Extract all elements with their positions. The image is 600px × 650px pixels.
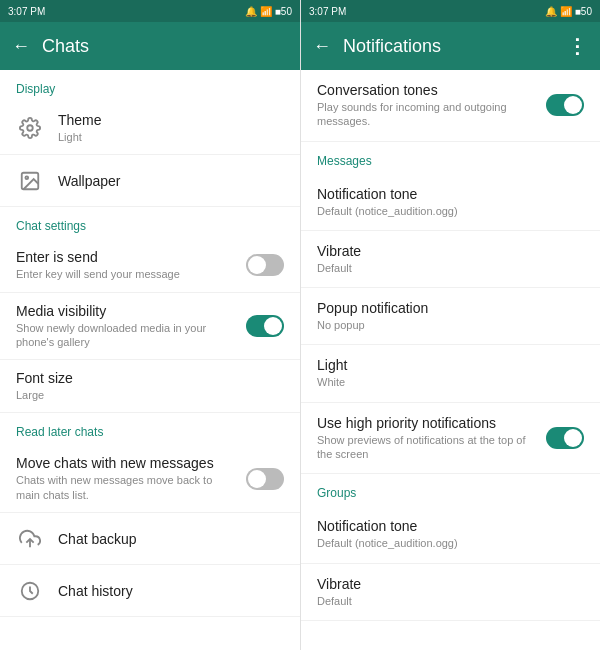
setting-theme[interactable]: Theme Light	[0, 102, 300, 155]
font-size-title: Font size	[16, 370, 284, 386]
chat-history-title: Chat history	[58, 583, 284, 599]
battery-icon: ■50	[275, 6, 292, 17]
right-status-icons: 🔔 📶 ■50	[545, 6, 592, 17]
left-header: ← Chats	[0, 22, 300, 70]
left-content: Display Theme Light	[0, 70, 300, 650]
right-menu-button[interactable]: ⋮	[567, 34, 588, 58]
notif-popup[interactable]: Popup notification No popup	[301, 288, 600, 345]
move-chats-toggle[interactable]	[246, 468, 284, 490]
left-time: 3:07 PM	[8, 6, 45, 17]
conversation-tones-knob	[564, 96, 582, 114]
group-notif-tone[interactable]: Notification tone Default (notice_auditi…	[301, 506, 600, 563]
notif-high-priority-sub: Show previews of notifications at the to…	[317, 433, 536, 462]
group-notif-tone-title: Notification tone	[317, 518, 584, 534]
high-priority-toggle-switch[interactable]	[546, 427, 584, 449]
right-silent-icon: 🔔	[545, 6, 557, 17]
notif-vibrate[interactable]: Vibrate Default	[301, 231, 600, 288]
enter-send-title: Enter is send	[16, 249, 236, 265]
svg-point-2	[25, 176, 28, 179]
right-header: ← Notifications ⋮	[301, 22, 600, 70]
right-wifi-icon: 📶	[560, 6, 572, 17]
theme-text: Theme Light	[58, 112, 284, 144]
enter-send-toggle[interactable]	[246, 254, 284, 276]
setting-chat-history[interactable]: Chat history	[0, 565, 300, 617]
notif-tone-sub: Default (notice_audition.ogg)	[317, 204, 584, 218]
theme-sub: Light	[58, 130, 284, 144]
enter-send-toggle-switch[interactable]	[246, 254, 284, 276]
right-status-bar: 3:07 PM 🔔 📶 ■50	[301, 0, 600, 22]
setting-chat-backup[interactable]: Chat backup	[0, 513, 300, 565]
notif-high-priority-title: Use high priority notifications	[317, 415, 536, 431]
media-visibility-text: Media visibility Show newly downloaded m…	[16, 303, 236, 350]
notif-high-priority-text: Use high priority notifications Show pre…	[317, 415, 536, 462]
wallpaper-text: Wallpaper	[58, 173, 284, 189]
media-visibility-toggle[interactable]	[246, 315, 284, 337]
conversation-tones-toggle-switch[interactable]	[546, 94, 584, 116]
notif-vibrate-text: Vibrate Default	[317, 243, 584, 275]
group-vibrate-sub: Default	[317, 594, 584, 608]
conversation-tones-toggle[interactable]	[546, 94, 584, 116]
setting-wallpaper[interactable]: Wallpaper	[0, 155, 300, 207]
media-visibility-toggle-switch[interactable]	[246, 315, 284, 337]
right-back-button[interactable]: ←	[313, 36, 331, 57]
upload-icon	[16, 525, 44, 553]
notif-vibrate-title: Vibrate	[317, 243, 584, 259]
media-visibility-sub: Show newly downloaded media in your phon…	[16, 321, 236, 350]
section-read-later: Read later chats	[0, 413, 300, 445]
section-groups: Groups	[301, 474, 600, 506]
right-battery-icon: ■50	[575, 6, 592, 17]
media-visibility-title: Media visibility	[16, 303, 236, 319]
setting-font-size[interactable]: Font size Large	[0, 360, 300, 413]
media-visibility-knob	[264, 317, 282, 335]
chat-backup-title: Chat backup	[58, 531, 284, 547]
notif-vibrate-sub: Default	[317, 261, 584, 275]
left-header-title: Chats	[42, 36, 288, 57]
svg-point-0	[27, 125, 33, 131]
notif-tone[interactable]: Notification tone Default (notice_auditi…	[301, 174, 600, 231]
move-chats-toggle-switch[interactable]	[246, 468, 284, 490]
enter-send-knob	[248, 256, 266, 274]
conversation-tones-sub: Play sounds for incoming and outgoing me…	[317, 100, 536, 129]
setting-media-visibility[interactable]: Media visibility Show newly downloaded m…	[0, 293, 300, 361]
image-icon	[16, 167, 44, 195]
chat-backup-text: Chat backup	[58, 531, 284, 547]
theme-title: Theme	[58, 112, 284, 128]
notif-light[interactable]: Light White	[301, 345, 600, 402]
notif-light-title: Light	[317, 357, 584, 373]
group-vibrate[interactable]: Vibrate Default	[301, 564, 600, 621]
right-header-title: Notifications	[343, 36, 567, 57]
move-chats-knob	[248, 470, 266, 488]
high-priority-toggle[interactable]	[546, 427, 584, 449]
notif-conversation-tones[interactable]: Conversation tones Play sounds for incom…	[301, 70, 600, 142]
notif-light-sub: White	[317, 375, 584, 389]
conversation-tones-title: Conversation tones	[317, 82, 536, 98]
setting-enter-send[interactable]: Enter is send Enter key will send your m…	[0, 239, 300, 292]
wallpaper-title: Wallpaper	[58, 173, 284, 189]
font-size-text: Font size Large	[16, 370, 284, 402]
section-chat-settings: Chat settings	[0, 207, 300, 239]
clock-icon	[16, 577, 44, 605]
group-notif-tone-sub: Default (notice_audition.ogg)	[317, 536, 584, 550]
left-panel: 3:07 PM 🔔 📶 ■50 ← Chats Display Theme Li…	[0, 0, 300, 650]
left-status-bar: 3:07 PM 🔔 📶 ■50	[0, 0, 300, 22]
silent-icon: 🔔	[245, 6, 257, 17]
gear-icon	[16, 114, 44, 142]
group-notif-tone-text: Notification tone Default (notice_auditi…	[317, 518, 584, 550]
enter-send-sub: Enter key will send your message	[16, 267, 236, 281]
right-content: Conversation tones Play sounds for incom…	[301, 70, 600, 650]
section-display: Display	[0, 70, 300, 102]
move-chats-title: Move chats with new messages	[16, 455, 236, 471]
notif-high-priority[interactable]: Use high priority notifications Show pre…	[301, 403, 600, 475]
right-time: 3:07 PM	[309, 6, 346, 17]
enter-send-text: Enter is send Enter key will send your m…	[16, 249, 236, 281]
setting-move-chats[interactable]: Move chats with new messages Chats with …	[0, 445, 300, 513]
group-vibrate-text: Vibrate Default	[317, 576, 584, 608]
move-chats-sub: Chats with new messages move back to mai…	[16, 473, 236, 502]
left-back-button[interactable]: ←	[12, 36, 30, 57]
conversation-tones-text: Conversation tones Play sounds for incom…	[317, 82, 536, 129]
notif-tone-title: Notification tone	[317, 186, 584, 202]
wifi-icon: 📶	[260, 6, 272, 17]
move-chats-text: Move chats with new messages Chats with …	[16, 455, 236, 502]
notif-popup-sub: No popup	[317, 318, 584, 332]
group-vibrate-title: Vibrate	[317, 576, 584, 592]
